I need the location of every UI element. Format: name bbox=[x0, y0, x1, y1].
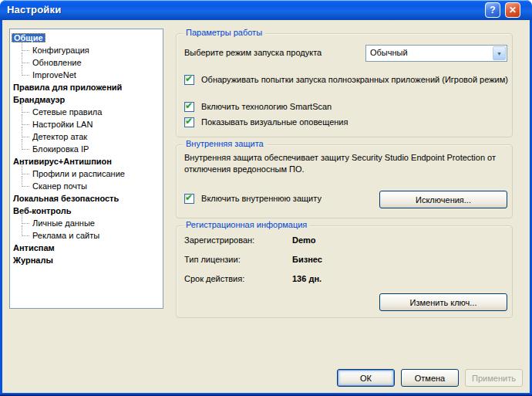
apply-button: Применить bbox=[465, 369, 523, 387]
validity-value: 136 дн. bbox=[292, 274, 322, 283]
checkmark-icon: ✔ bbox=[185, 116, 193, 127]
chevron-down-icon: ▼ bbox=[493, 47, 505, 61]
group-title: Регистрационная информация bbox=[183, 220, 310, 229]
tree-item-attack-detector[interactable]: Детектор атак bbox=[10, 130, 163, 143]
group-registration-info: Регистрационная информация Зарегистриров… bbox=[176, 225, 513, 318]
smartscan-label: Включить технологию SmartScan bbox=[201, 102, 332, 111]
tree-item-label: Антиспам bbox=[12, 243, 56, 252]
tree-item-label: Конфигурация bbox=[31, 46, 91, 55]
exclusions-button[interactable]: Исключения... bbox=[379, 191, 507, 208]
tree-item-logs[interactable]: Журналы bbox=[10, 254, 163, 266]
question-icon: ? bbox=[490, 5, 495, 15]
tree-item-label: Правила для приложений bbox=[12, 83, 123, 92]
visual-alerts-checkbox[interactable]: ✔ bbox=[184, 117, 194, 127]
tree-item-update[interactable]: Обновление bbox=[10, 56, 163, 69]
game-mode-checkbox[interactable]: ✔ bbox=[184, 75, 194, 85]
self-protection-checkbox[interactable]: ✔ bbox=[184, 194, 194, 204]
tree-item-label: Личные данные bbox=[31, 218, 96, 228]
checkmark-icon: ✔ bbox=[185, 192, 193, 203]
tree-item-lan-settings[interactable]: Настройки LAN bbox=[10, 118, 163, 130]
tree-item-application-rules[interactable]: Правила для приложений bbox=[10, 81, 163, 93]
tree-item-label: Веб-контроль bbox=[12, 206, 72, 215]
tree-item-improvenet[interactable]: ImproveNet bbox=[10, 69, 163, 81]
tree-item-label: Брандмауэр bbox=[12, 95, 66, 104]
tree-item-label: Локальная безопасность bbox=[12, 194, 120, 203]
license-type-value: Бизнес bbox=[292, 255, 322, 264]
launch-mode-select[interactable]: Обычный ▼ bbox=[365, 45, 507, 62]
tree-item-label: Детектор атак bbox=[31, 132, 89, 141]
tree-item-ads-and-sites[interactable]: Реклама и сайты bbox=[10, 229, 163, 242]
tree-item-ip-blocking[interactable]: Блокировка IP bbox=[10, 143, 163, 155]
smartscan-row: ✔ Включить технологию SmartScan bbox=[184, 102, 332, 114]
tree-item-web-control[interactable]: Веб-контроль bbox=[10, 205, 163, 217]
tree-item-antivirus-antispyware[interactable]: Антивирус+Антишпион bbox=[10, 155, 163, 168]
window-title: Настройки bbox=[7, 4, 61, 15]
close-icon: ✕ bbox=[509, 5, 517, 15]
checkmark-icon: ✔ bbox=[185, 100, 193, 111]
visual-alerts-row: ✔ Показывать визуальные оповещения bbox=[184, 117, 348, 130]
tree-item-label: Профили и расписание bbox=[31, 169, 126, 178]
group-work-parameters: Параметры работы Выберите режим запуска … bbox=[176, 33, 513, 137]
self-protection-description: Внутренняя защита обеспечивает защиту Se… bbox=[184, 152, 508, 175]
tree-item-firewall[interactable]: Брандмауэр bbox=[10, 93, 163, 106]
settings-tree: Общие Конфигурация Обновление ImproveNet… bbox=[9, 29, 163, 309]
tree-item-mail-scanner[interactable]: Сканер почты bbox=[10, 180, 163, 192]
registered-value: Demo bbox=[292, 235, 316, 245]
tree-item-network-rules[interactable]: Сетевые правила bbox=[10, 106, 163, 118]
tree-item-label: Сетевые правила bbox=[31, 107, 103, 117]
registered-label: Зарегистрирован: bbox=[184, 235, 254, 245]
tree-item-personal-data[interactable]: Личные данные bbox=[10, 217, 163, 229]
titlebar[interactable]: Настройки ? ✕ bbox=[0, 0, 532, 20]
smartscan-checkbox[interactable]: ✔ bbox=[184, 102, 194, 112]
tree-item-local-security[interactable]: Локальная безопасность bbox=[10, 192, 163, 205]
tree-item-profiles-schedule[interactable]: Профили и расписание bbox=[10, 168, 163, 180]
settings-window: Настройки ? ✕ Общие Конфигурация Обновле… bbox=[0, 0, 532, 396]
group-self-protection: Внутренняя защита Внутренняя защита обес… bbox=[176, 144, 513, 218]
tree-item-label: Блокировка IP bbox=[31, 144, 90, 154]
tree-item-configuration[interactable]: Конфигурация bbox=[10, 44, 163, 56]
tree-item-label: Реклама и сайты bbox=[31, 231, 101, 240]
license-type-label: Тип лицензии: bbox=[184, 255, 241, 264]
license-type-row: Тип лицензии: Бизнес bbox=[184, 255, 241, 264]
self-protection-row: ✔ Включить внутреннюю защиту bbox=[184, 194, 322, 206]
group-title: Внутренняя защита bbox=[183, 139, 267, 148]
self-protection-label: Включить внутреннюю защиту bbox=[201, 194, 322, 203]
game-mode-row: ✔ Обнаруживать попытки запуска полноэкра… bbox=[184, 75, 508, 87]
dialog-body: Общие Конфигурация Обновление ImproveNet… bbox=[2, 20, 530, 393]
tree-item-label: Обновление bbox=[31, 58, 83, 67]
cancel-button[interactable]: Отмена bbox=[401, 369, 459, 387]
dropdown-button[interactable]: ▼ bbox=[493, 46, 506, 60]
tree-item-antispam[interactable]: Антиспам bbox=[10, 242, 163, 254]
game-mode-label: Обнаруживать попытки запуска полноэкранн… bbox=[201, 75, 508, 84]
visual-alerts-label: Показывать визуальные оповещения bbox=[201, 117, 348, 127]
group-title: Параметры работы bbox=[183, 28, 265, 37]
validity-label: Срок действия: bbox=[184, 274, 244, 283]
help-button[interactable]: ? bbox=[485, 2, 500, 18]
registered-row: Зарегистрирован: Demo bbox=[184, 235, 254, 245]
tree-item-label: ImproveNet bbox=[31, 70, 78, 80]
validity-row: Срок действия: 136 дн. bbox=[184, 274, 244, 283]
launch-mode-label: Выберите режим запуска продукта bbox=[184, 48, 322, 57]
ok-button[interactable]: ОК bbox=[337, 369, 395, 387]
checkmark-icon: ✔ bbox=[185, 73, 193, 84]
tree-item-label: Настройки LAN bbox=[31, 120, 94, 129]
tree-item-label: Сканер почты bbox=[31, 181, 89, 191]
tree-item-label: Журналы bbox=[12, 256, 55, 265]
tree-item-general[interactable]: Общие bbox=[10, 32, 163, 44]
change-key-button[interactable]: Изменить ключ... bbox=[379, 293, 507, 311]
close-button[interactable]: ✕ bbox=[505, 2, 520, 18]
launch-mode-value: Обычный bbox=[370, 48, 408, 57]
